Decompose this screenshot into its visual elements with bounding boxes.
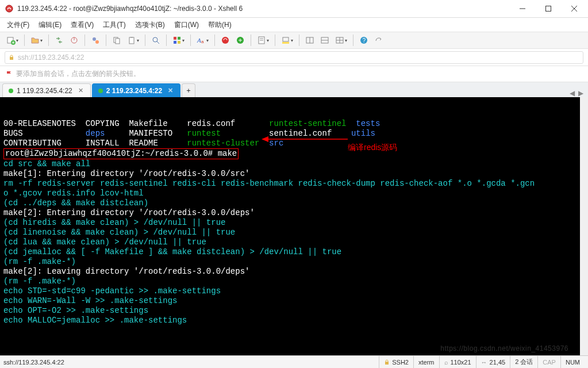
toolbar: ▾ ▾ ▾ ▾ Aa▾ ▾ ▾ ▾ ? <box>0 32 588 49</box>
status-sessions: 2 会话 <box>510 356 537 368</box>
svg-rect-2 <box>545 6 551 12</box>
tab-bar: 1 119.23.245.4:22 ✕ 2 119.23.245.4:22 ✕ … <box>0 82 588 97</box>
svg-text:?: ? <box>363 37 366 44</box>
svg-text:A: A <box>197 37 201 44</box>
svg-line-16 <box>157 41 159 44</box>
menu-help[interactable]: 帮助(H) <box>208 20 232 30</box>
close-icon[interactable]: ✕ <box>168 87 173 94</box>
status-size: ⌕ 110x21 <box>439 356 476 368</box>
menu-tools[interactable]: 工具(T) <box>103 20 125 30</box>
tab-label: 2 119.23.245.4:22 <box>106 87 162 95</box>
layout-v-button[interactable] <box>318 34 331 46</box>
menu-file[interactable]: 文件(F) <box>7 20 29 30</box>
layout-h-button[interactable] <box>303 34 316 46</box>
highlighted-command: root@iZwz9bjiawhqzf40o410tjZ:~/redis-3.0… <box>3 148 239 159</box>
maximize-button[interactable] <box>535 0 561 17</box>
find-button[interactable] <box>149 34 162 46</box>
status-bar: ssh://119.23.245.4:22 SSH2 xterm ⌕ 110x2… <box>0 355 588 368</box>
svg-rect-14 <box>130 37 133 38</box>
tab-prev-button[interactable]: ◀ <box>570 89 575 97</box>
help-button[interactable]: ? <box>358 34 370 46</box>
svg-point-10 <box>95 40 99 44</box>
layout-grid-button[interactable]: ▾ <box>333 34 349 46</box>
tab-next-button[interactable]: ▶ <box>578 89 583 97</box>
status-proto: SSH2 <box>379 356 413 368</box>
xagent-button[interactable] <box>219 34 232 46</box>
svg-marker-41 <box>262 136 268 142</box>
svg-point-15 <box>153 37 157 42</box>
address-input[interactable]: ssh://119.23.245.4:22 <box>5 51 583 64</box>
share-button[interactable] <box>372 34 385 46</box>
hint-bar: 要添加当前会话，点击左侧的箭头按钮。 <box>0 66 588 82</box>
status-term: xterm <box>413 356 439 368</box>
svg-point-9 <box>93 37 96 41</box>
svg-rect-19 <box>174 41 176 44</box>
reconnect-button[interactable] <box>53 34 66 46</box>
add-tab-button[interactable]: ＋ <box>182 83 195 97</box>
font-button[interactable]: Aa▾ <box>195 34 210 46</box>
menu-tabs[interactable]: 选项卡(B) <box>135 20 165 30</box>
svg-rect-29 <box>283 37 289 41</box>
svg-rect-12 <box>116 39 120 44</box>
disconnect-button[interactable] <box>68 34 80 46</box>
svg-rect-13 <box>129 37 134 44</box>
highlight-button[interactable]: ▾ <box>279 34 295 46</box>
annotation-text: 编译redis源码 <box>348 143 397 152</box>
status-num: NUM <box>560 356 585 368</box>
svg-point-0 <box>6 5 13 12</box>
script-button[interactable]: ▾ <box>255 34 271 46</box>
svg-rect-20 <box>178 41 180 44</box>
svg-rect-17 <box>174 37 176 40</box>
status-pos: ↔ 21,45 <box>476 356 510 368</box>
close-icon[interactable]: ✕ <box>78 87 83 94</box>
properties-button[interactable] <box>89 34 102 46</box>
menu-window[interactable]: 窗口(W) <box>174 20 199 30</box>
close-button[interactable] <box>561 0 587 17</box>
status-dot-icon <box>98 89 103 93</box>
paste-button[interactable]: ▾ <box>125 34 141 46</box>
menu-bar: 文件(F) 编辑(E) 查看(V) 工具(T) 选项卡(B) 窗口(W) 帮助(… <box>0 18 588 32</box>
svg-rect-42 <box>385 362 389 365</box>
hint-text: 要添加当前会话，点击左侧的箭头按钮。 <box>16 69 140 79</box>
tab-nav: ◀ ▶ <box>565 89 588 97</box>
lock-icon <box>9 55 14 60</box>
lock-icon <box>384 359 390 365</box>
menu-view[interactable]: 查看(V) <box>71 20 94 30</box>
new-session-button[interactable]: ▾ <box>5 34 20 46</box>
address-bar: ssh://119.23.245.4:22 <box>0 49 588 66</box>
address-text: ssh://119.23.245.4:22 <box>18 53 84 62</box>
flag-icon <box>6 71 13 78</box>
svg-rect-28 <box>282 42 289 44</box>
svg-text:a: a <box>201 39 204 44</box>
status-ssh: ssh://119.23.245.4:22 <box>3 359 379 366</box>
copy-button[interactable] <box>110 34 123 46</box>
scroll-up-button[interactable]: ▴ <box>580 97 588 105</box>
annotation-arrow <box>262 135 348 143</box>
watermark: https://blog.csdn.net/weixin_41453976 <box>440 344 568 354</box>
status-cap: CAP <box>537 356 560 368</box>
window-controls <box>509 0 587 17</box>
session-tab-2[interactable]: 2 119.23.245.4:22 ✕ <box>92 83 180 97</box>
terminal-view[interactable]: ▴ 00-RELEASENOTES COPYING Makefile redis… <box>0 97 588 355</box>
svg-rect-39 <box>10 57 13 60</box>
minimize-button[interactable] <box>509 0 535 17</box>
color-schemes-button[interactable]: ▾ <box>171 34 186 46</box>
xftp-button[interactable] <box>234 34 247 46</box>
tab-label: 1 119.23.245.4:22 <box>17 87 72 95</box>
svg-point-23 <box>222 37 229 44</box>
status-dot-icon <box>9 89 13 93</box>
menu-edit[interactable]: 编辑(E) <box>39 20 62 30</box>
open-button[interactable]: ▾ <box>29 34 44 46</box>
session-tab-1[interactable]: 1 119.23.245.4:22 ✕ <box>2 83 91 97</box>
app-icon <box>5 4 14 13</box>
svg-rect-18 <box>178 37 180 40</box>
window-title: 119.23.245.4:22 - root@iZwz9bjiawhqzf40o… <box>17 5 509 13</box>
title-bar: 119.23.245.4:22 - root@iZwz9bjiawhqzf40o… <box>0 0 588 18</box>
